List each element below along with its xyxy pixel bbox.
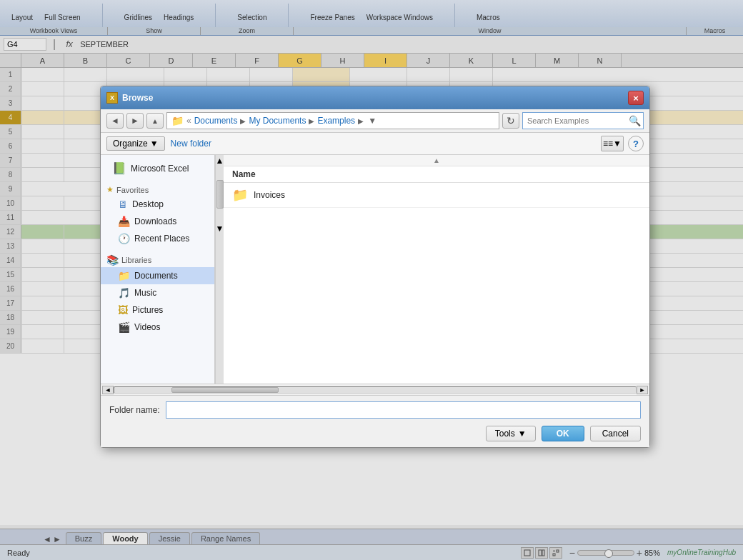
path-breadcrumb: 📁 « Documents ▶ My Documents ▶ Examples … — [166, 112, 499, 129]
panel-desktop[interactable]: 🖥 Desktop — [101, 196, 214, 213]
pictures-label: Pictures — [132, 305, 163, 315]
panel-scroll-down[interactable]: ▼ — [216, 223, 224, 234]
documents-label: Documents — [134, 271, 178, 281]
file-list-header: Name — [224, 166, 649, 183]
tools-dropdown-icon: ▼ — [518, 429, 527, 439]
sort-arrow: ▲ — [433, 156, 440, 164]
music-icon: 🎵 — [118, 287, 130, 299]
desktop-label: Desktop — [132, 199, 164, 209]
organize-dropdown-icon: ▼ — [150, 139, 159, 149]
toolbar-left: Organize ▼ New folder — [106, 136, 211, 151]
invoices-folder-icon: 📁 — [232, 187, 248, 203]
documents-icon: 📁 — [118, 270, 130, 281]
music-label: Music — [134, 288, 156, 298]
invoices-label: Invoices — [254, 190, 285, 200]
scroll-track[interactable] — [114, 386, 637, 394]
path-examples[interactable]: Examples — [317, 116, 355, 126]
cancel-button[interactable]: Cancel — [590, 426, 641, 441]
path-documents[interactable]: Documents — [194, 116, 238, 126]
ok-button[interactable]: OK — [542, 426, 584, 441]
panel-downloads[interactable]: 📥 Downloads — [101, 213, 214, 230]
dialog-toolbar: Organize ▼ New folder ≡≡ ▼ ? — [101, 133, 649, 155]
videos-label: Videos — [134, 322, 160, 332]
tools-button[interactable]: Tools ▼ — [486, 426, 536, 441]
ms-excel-icon: 📗 — [112, 161, 126, 175]
pictures-icon: 🖼 — [118, 304, 128, 316]
toolbar-right: ≡≡ ▼ ? — [601, 136, 644, 151]
view-dropdown-icon: ▼ — [613, 139, 622, 149]
excel-title-icon: X — [106, 92, 118, 104]
path-arrow-3: ▶ — [358, 117, 364, 125]
panel-recent-places[interactable]: 🕐 Recent Places — [101, 230, 214, 247]
libraries-header: 📚 Libraries — [101, 251, 214, 267]
panel-documents[interactable]: 📁 Documents — [101, 267, 214, 284]
organize-button[interactable]: Organize ▼ — [106, 136, 165, 151]
search-input[interactable] — [527, 116, 626, 125]
path-arrow-1: ▶ — [240, 117, 246, 125]
panel-scrollbar[interactable]: ▲ ▼ — [215, 155, 224, 384]
new-folder-button[interactable]: New folder — [171, 139, 211, 149]
videos-icon: 🎬 — [118, 321, 130, 333]
recent-places-icon: 🕐 — [118, 233, 130, 244]
folder-name-input[interactable] — [166, 401, 641, 419]
recent-places-label: Recent Places — [134, 234, 189, 244]
panel-music[interactable]: 🎵 Music — [101, 284, 214, 301]
search-box: 🔍 — [522, 112, 644, 129]
panel-microsoft-excel[interactable]: 📗 Microsoft Excel — [101, 159, 214, 178]
path-my-documents[interactable]: My Documents — [249, 116, 306, 126]
path-dropdown-btn[interactable]: ▼ — [366, 114, 378, 127]
left-panel: 📗 Microsoft Excel ★ Favorites 🖥 Desktop … — [101, 155, 215, 384]
search-icon[interactable]: 🔍 — [629, 115, 641, 126]
folder-name-row: Folder name: — [109, 401, 641, 419]
horizontal-scrollbar[interactable]: ◄ ► — [101, 384, 649, 395]
right-panel: ▲ Name 📁 Invoices — [224, 155, 649, 384]
file-item-invoices[interactable]: 📁 Invoices — [224, 183, 649, 208]
libraries-icon: 📚 — [106, 254, 119, 266]
nav-bar: ◄ ► ▲ 📁 « Documents ▶ My Documents ▶ Exa… — [101, 109, 649, 133]
refresh-button[interactable]: ↻ — [502, 113, 519, 129]
back-button[interactable]: ◄ — [106, 113, 124, 129]
browse-dialog: X Browse × ◄ ► ▲ 📁 « Documents ▶ My Docu… — [100, 86, 650, 448]
downloads-icon: 📥 — [118, 216, 130, 227]
panel-videos[interactable]: 🎬 Videos — [101, 319, 214, 336]
libraries-label: Libraries — [121, 256, 151, 264]
scroll-right-btn[interactable]: ► — [637, 386, 648, 394]
path-arrow-2: ▶ — [309, 117, 314, 125]
close-button[interactable]: × — [628, 91, 644, 105]
ms-excel-label: Microsoft Excel — [131, 164, 189, 174]
scroll-thumb[interactable] — [171, 387, 279, 393]
panel-pictures[interactable]: 🖼 Pictures — [101, 301, 214, 319]
favorites-header: ★ Favorites — [101, 182, 214, 196]
scroll-left-btn[interactable]: ◄ — [102, 386, 114, 394]
folder-name-label: Folder name: — [109, 405, 160, 415]
favorites-label: Favorites — [116, 186, 149, 194]
sort-header-area: ▲ — [224, 155, 649, 166]
dialog-title-area: X Browse — [106, 92, 153, 104]
dialog-bottom: Folder name: Tools ▼ OK Cancel — [101, 395, 649, 447]
tools-label: Tools — [495, 429, 515, 439]
dialog-title-text: Browse — [122, 93, 153, 103]
panel-scroll-thumb[interactable] — [216, 180, 224, 209]
forward-button[interactable]: ► — [126, 113, 144, 129]
downloads-label: Downloads — [134, 216, 176, 226]
button-row: Tools ▼ OK Cancel — [109, 426, 641, 441]
dialog-body: 📗 Microsoft Excel ★ Favorites 🖥 Desktop … — [101, 155, 649, 384]
up-button[interactable]: ▲ — [146, 113, 164, 129]
panel-scroll-up[interactable]: ▲ — [216, 155, 224, 166]
desktop-icon: 🖥 — [118, 199, 128, 210]
help-button[interactable]: ? — [628, 136, 644, 151]
dialog-titlebar: X Browse × — [101, 86, 649, 109]
view-toggle-button[interactable]: ≡≡ ▼ — [601, 136, 624, 151]
name-column-header: Name — [232, 169, 256, 179]
favorites-star-icon: ★ — [106, 185, 114, 194]
